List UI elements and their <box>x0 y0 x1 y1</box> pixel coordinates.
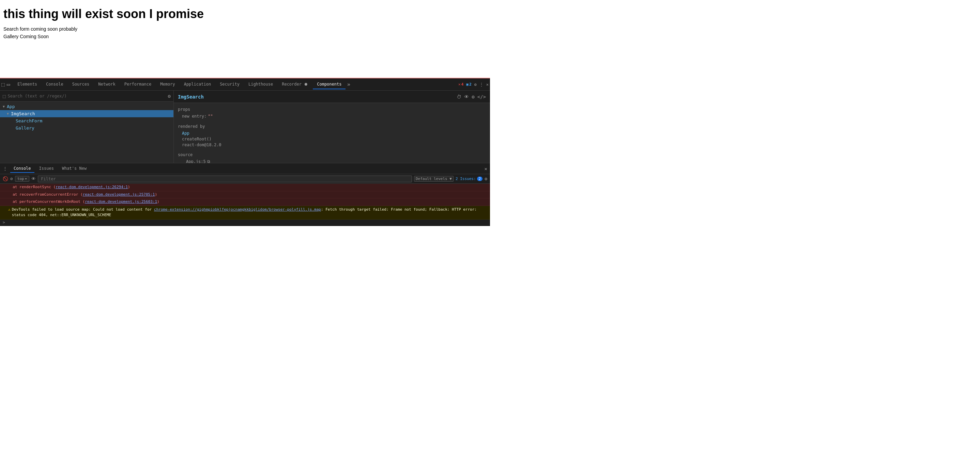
rendered-by-title: rendered by <box>178 124 486 129</box>
tree-label-searchform: SearchForm <box>16 118 42 123</box>
warn-text: DevTools failed to load source map: Coul… <box>12 207 487 218</box>
console-filter-input[interactable] <box>38 175 412 182</box>
devtools-panel: ⬚ ▭ Elements Console Sources Network Per… <box>0 78 490 226</box>
default-levels-select[interactable]: Default levels ▼ <box>414 176 453 182</box>
tab-security[interactable]: Security <box>216 80 243 89</box>
tab-performance[interactable]: Performance <box>120 80 155 89</box>
top-label: top <box>18 177 24 181</box>
device-icon[interactable]: ▭ <box>7 81 10 88</box>
tree-label-gallery: Gallery <box>16 126 34 131</box>
tree-row-app[interactable]: ▼ App <box>0 103 173 110</box>
components-panel: ⬚ ⚙ ▼ App ▼ ImgSearch SearchForm <box>0 91 174 163</box>
top-context-selector[interactable]: top ▾ <box>15 176 30 182</box>
settings-icon[interactable]: ⚙ <box>474 82 477 87</box>
eye-filter-icon[interactable]: 👁 <box>31 176 36 181</box>
console-tab-issues[interactable]: Issues <box>36 165 57 173</box>
issues-label: 2 Issues: <box>456 177 476 181</box>
tree-row-imgsearch[interactable]: ▼ ImgSearch <box>0 110 173 117</box>
details-header: ImgSearch ⏱ 👁 ⚙ </> <box>174 91 490 103</box>
component-search-settings-icon[interactable]: ⚙ <box>168 93 171 99</box>
default-levels-label: Default levels ▼ <box>416 177 452 181</box>
component-inspect-icon[interactable]: ⬚ <box>3 93 5 99</box>
tree-arrow-imgsearch: ▼ <box>7 112 9 116</box>
tab-application[interactable]: Application <box>180 80 215 89</box>
devtools-right-icons: ✕ 4 ▣ 2 ⚙ ⋮ ✕ <box>458 82 488 87</box>
tab-components[interactable]: Components <box>313 80 345 89</box>
details-body: props new entry: "" rendered by App crea… <box>174 103 490 163</box>
console-input-row: > <box>0 220 490 225</box>
source-file-row: App.js:5 ⧉ <box>182 159 486 163</box>
copy-source-icon[interactable]: ⧉ <box>207 159 210 163</box>
console-content: at renderRootSync (react-dom.development… <box>0 184 490 226</box>
console-error-2: at recoverFromConcurrentError (react-dom… <box>0 191 490 199</box>
clear-console-icon[interactable]: 🚫 <box>3 176 8 181</box>
details-header-icons: ⏱ 👁 ⚙ </> <box>457 94 486 100</box>
tab-network[interactable]: Network <box>94 80 119 89</box>
more-options-icon[interactable]: ⋮ <box>479 82 484 87</box>
inspect-icon[interactable]: ⬚ <box>2 81 5 88</box>
rendered-by-app-link[interactable]: App <box>182 131 189 136</box>
console-warn-1: ⚠ DevTools failed to load source map: Co… <box>0 206 490 220</box>
issues-badge[interactable]: 2 Issues: 2 <box>456 177 482 181</box>
close-devtools-icon[interactable]: ✕ <box>486 82 488 87</box>
info-badge: ▣ 2 <box>466 82 471 87</box>
tab-sources[interactable]: Sources <box>68 80 94 89</box>
components-search-bar: ⬚ ⚙ <box>0 91 173 102</box>
console-toolbar: 🚫 ⊘ top ▾ 👁 Default levels ▼ 2 Issues: 2… <box>0 174 490 184</box>
error-link-1[interactable]: react-dom.development.js:26294:1 <box>56 185 128 189</box>
source-file[interactable]: App.js:5 <box>186 159 206 163</box>
console-tab-whatsnew[interactable]: What's New <box>59 165 90 173</box>
issues-count-badge: 2 <box>477 177 483 181</box>
tab-memory[interactable]: Memory <box>156 80 179 89</box>
component-search-input[interactable] <box>8 94 168 99</box>
eye-icon[interactable]: 👁 <box>464 94 469 100</box>
tab-elements[interactable]: Elements <box>13 80 41 89</box>
console-tab-bar: ⋮ Console Issues What's New ✕ <box>0 163 490 174</box>
console-error-1: at renderRootSync (react-dom.development… <box>0 184 490 191</box>
tab-recorder[interactable]: Recorder ⏺ <box>278 80 312 89</box>
prop-value[interactable]: "" <box>208 114 213 119</box>
console-tab-console[interactable]: Console <box>10 165 34 173</box>
error-link-3[interactable]: react-dom.development.js:25603:1 <box>85 199 157 204</box>
warning-icon: ⚠ <box>8 207 11 213</box>
details-panel: ImgSearch ⏱ 👁 ⚙ </> props new entry: "" … <box>174 91 490 163</box>
subtitle-line1: Search form coming soon probably <box>3 25 487 33</box>
tree-label-imgsearch: ImgSearch <box>11 111 35 116</box>
page-content: this thing will exist soon I promise Sea… <box>0 0 490 78</box>
page-title: this thing will exist soon I promise <box>3 7 487 21</box>
prop-row-new-entry: new entry: "" <box>182 114 486 119</box>
suspense-icon[interactable]: ⏱ <box>457 94 461 100</box>
subtitle-line2: Gallery Coming Soon <box>3 33 487 40</box>
tab-console[interactable]: Console <box>42 80 67 89</box>
close-console-icon[interactable]: ✕ <box>485 166 487 172</box>
warn-link[interactable]: chrome-extension://gighmpiobklfepjocnamg… <box>154 207 321 212</box>
console-prompt: > <box>3 220 5 224</box>
source-icon[interactable]: </> <box>477 94 486 100</box>
settings-icon2[interactable]: ⚙ <box>472 94 474 100</box>
component-tree: ▼ App ▼ ImgSearch SearchForm Gallery <box>0 102 173 163</box>
tree-arrow-app: ▼ <box>3 105 5 108</box>
props-section-title: props <box>178 107 486 112</box>
stop-on-exception-icon[interactable]: ⊘ <box>10 176 13 181</box>
error-count: 4 <box>461 82 464 87</box>
source-section-title: source <box>178 152 486 157</box>
error-badge: ✕ 4 <box>458 82 463 87</box>
details-component-name: ImgSearch <box>178 94 204 100</box>
console-settings-icon[interactable]: ⚙ <box>485 176 487 181</box>
error-x-icon: ✕ <box>458 82 461 87</box>
tree-row-searchform[interactable]: SearchForm <box>0 117 173 124</box>
tab-lighthouse[interactable]: Lighthouse <box>244 80 277 89</box>
error-link-2[interactable]: react-dom.development.js:25705:1 <box>83 192 155 197</box>
more-tabs-icon[interactable]: » <box>347 81 350 88</box>
console-error-3: at performConcurrentWorkOnRoot (react-do… <box>0 198 490 206</box>
rendered-by-app[interactable]: App <box>182 131 486 136</box>
devtools-main: ⬚ ⚙ ▼ App ▼ ImgSearch SearchForm <box>0 91 490 163</box>
rendered-by-createroot: createRoot() <box>182 137 486 142</box>
tree-row-gallery[interactable]: Gallery <box>0 124 173 132</box>
console-menu-icon[interactable]: ⋮ <box>3 166 8 172</box>
info-icon: ▣ <box>466 82 469 87</box>
info-count: 2 <box>469 82 472 87</box>
page-subtitle: Search form coming soon probably Gallery… <box>3 25 487 41</box>
devtools-tab-bar: ⬚ ▭ Elements Console Sources Network Per… <box>0 78 490 91</box>
devtools-left-icons: ⬚ ▭ <box>2 81 10 88</box>
